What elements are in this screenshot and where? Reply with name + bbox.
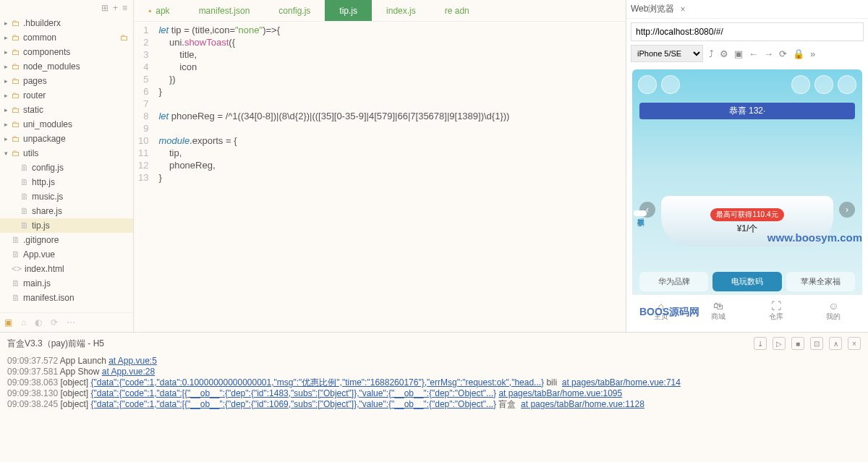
- back-icon[interactable]: ←: [749, 48, 758, 59]
- file-node[interactable]: 🗎main.js: [0, 276, 133, 291]
- file-node[interactable]: 🗎.gitignore: [0, 233, 133, 247]
- pv-btn[interactable]: [661, 75, 680, 94]
- file-node[interactable]: <>index.html: [0, 262, 133, 276]
- folder-node[interactable]: ▸🗀components: [0, 45, 133, 59]
- device-select[interactable]: iPhone 5/SE: [631, 45, 703, 62]
- folder-node[interactable]: ▸🗀common🗀: [0, 30, 133, 45]
- editor-tabs: ▪apkmanifest.jsonconfig.jstip.jsindex.js…: [134, 0, 626, 22]
- editor-tab[interactable]: ▪apk: [134, 0, 184, 22]
- sidebar-toolbar: ⊞ + ≡: [0, 0, 133, 16]
- file-node[interactable]: 🗎http.js: [0, 175, 133, 189]
- console-ico[interactable]: ■: [791, 337, 804, 350]
- browser-tab-label: Web浏览器: [631, 3, 674, 15]
- marquee: 恭喜 132·: [639, 103, 855, 119]
- editor-tab[interactable]: config.js: [264, 0, 325, 22]
- editor-tab[interactable]: manifest.json: [184, 0, 265, 22]
- forward-icon[interactable]: →: [764, 48, 773, 59]
- prize-badge: 最高可获得110.4元: [710, 208, 783, 221]
- add-icon[interactable]: +: [113, 3, 118, 13]
- editor-tab[interactable]: tip.js: [325, 0, 372, 22]
- folder-node[interactable]: ▸🗀pages: [0, 74, 133, 88]
- category-tab[interactable]: 华为品牌: [639, 272, 708, 291]
- bottom-nav: ⌂主页🛍商城⛶仓库☺我的: [632, 294, 862, 326]
- folder-node[interactable]: ▸🗀unpackage: [0, 132, 133, 146]
- file-node[interactable]: 🗎config.js: [0, 161, 133, 175]
- nav-item[interactable]: ☺我的: [805, 295, 863, 326]
- prize-box[interactable]: 最高可获得110.4元 ¥1/个: [661, 196, 833, 247]
- collapse-icon[interactable]: ⊞: [101, 3, 109, 13]
- external-icon[interactable]: ⤴: [709, 48, 714, 59]
- console-panel: 盲盒V3.3（pay)前端 - H5 ⤓ ▷ ■ ⊡ ∧ × 09:09:37.…: [0, 332, 868, 462]
- folder-node[interactable]: ▸🗀.hbuilderx: [0, 16, 133, 30]
- code-editor[interactable]: 12345678910111213 let tip = (title,icon=…: [134, 22, 626, 332]
- file-node[interactable]: 🗎tip.js: [0, 218, 133, 233]
- console-title: 盲盒V3.3（pay)前端 - H5: [7, 338, 748, 350]
- file-tree: ▸🗀.hbuilderx▸🗀common🗀▸🗀components▸🗀node_…: [0, 16, 133, 312]
- nav-item[interactable]: 🛍商城: [690, 295, 748, 326]
- pv-btn[interactable]: [838, 75, 856, 94]
- folder-node[interactable]: ▾🗀utils: [0, 146, 133, 161]
- menu-icon[interactable]: ≡: [122, 3, 127, 13]
- folder-node[interactable]: ▸🗀static: [0, 103, 133, 117]
- category-tab[interactable]: 电玩数码: [712, 272, 781, 291]
- nav-item[interactable]: ⌂主页: [632, 295, 690, 326]
- carousel-next[interactable]: ›: [839, 202, 855, 218]
- lock-icon[interactable]: 🔒: [793, 48, 804, 59]
- web-preview-panel: Web浏览器 × iPhone 5/SE ⤴ ⚙ ▣ ← → ⟳ 🔒 » 恭喜 …: [626, 0, 868, 332]
- folder-node[interactable]: ▸🗀uni_modules: [0, 117, 133, 132]
- console-ico[interactable]: ⤓: [754, 337, 767, 350]
- sb-ico[interactable]: ⋯: [67, 317, 75, 328]
- console-ico[interactable]: ×: [848, 337, 861, 350]
- gear-icon[interactable]: ⚙: [720, 48, 728, 59]
- url-input[interactable]: [631, 22, 864, 41]
- prize-price: ¥1/个: [737, 223, 758, 235]
- console-ico[interactable]: ⊡: [810, 337, 823, 350]
- editor-tab[interactable]: index.js: [372, 0, 430, 22]
- device-preview: 恭喜 132· ‹ › 最高可获得110.4元 ¥1/个 新手教程 华为品牌电玩…: [632, 69, 862, 326]
- close-icon[interactable]: ×: [680, 4, 685, 14]
- more-icon[interactable]: »: [810, 48, 815, 59]
- file-node[interactable]: 🗎music.js: [0, 189, 133, 204]
- file-node[interactable]: 🗎manifest.ison: [0, 291, 133, 305]
- console-ico[interactable]: ▷: [773, 337, 786, 350]
- nav-item[interactable]: ⛶仓库: [747, 295, 805, 326]
- sb-ico[interactable]: ⟳: [51, 317, 58, 328]
- editor-area: ▪apkmanifest.jsonconfig.jstip.jsindex.js…: [134, 0, 626, 332]
- sidebar-bottom: ▣ ⌂ ◐ ⟳ ⋯: [0, 312, 133, 332]
- pv-btn[interactable]: [814, 75, 833, 94]
- editor-tab[interactable]: re adn: [430, 0, 484, 22]
- folder-node[interactable]: ▸🗀router: [0, 88, 133, 103]
- sb-ico[interactable]: ⌂: [21, 317, 26, 328]
- console-ico[interactable]: ∧: [829, 337, 842, 350]
- reload-icon[interactable]: ⟳: [779, 48, 787, 59]
- tutorial-button[interactable]: 新手教程: [634, 210, 647, 216]
- file-explorer: ⊞ + ≡ ▸🗀.hbuilderx▸🗀common🗀▸🗀components▸…: [0, 0, 134, 332]
- console-log[interactable]: 09:09:37.572 App Launch at App.vue:509:0…: [0, 354, 868, 462]
- sb-ico[interactable]: ◐: [35, 317, 42, 328]
- pv-btn[interactable]: [791, 75, 810, 94]
- category-tab[interactable]: 苹果全家福: [786, 272, 855, 291]
- file-node[interactable]: 🗎share.js: [0, 204, 133, 218]
- screenshot-icon[interactable]: ▣: [734, 48, 743, 59]
- folder-node[interactable]: ▸🗀node_modules: [0, 59, 133, 74]
- folder-view-icon[interactable]: ▣: [4, 317, 12, 328]
- file-node[interactable]: 🗎App.vue: [0, 247, 133, 262]
- pv-btn[interactable]: [638, 75, 657, 94]
